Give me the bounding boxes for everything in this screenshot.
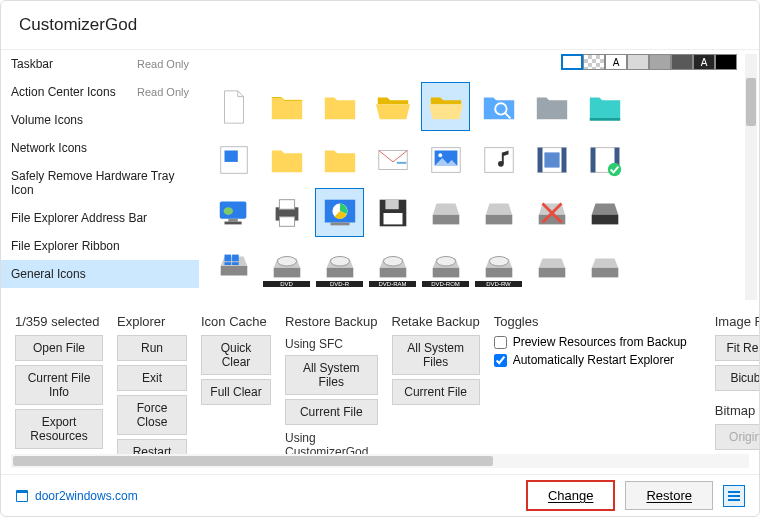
menu-icon[interactable] <box>723 485 745 507</box>
printer-icon[interactable] <box>262 188 311 237</box>
folder-yellow-icon[interactable] <box>315 135 364 184</box>
drive-label: DVD <box>263 281 310 287</box>
drive-label: DVD-RW <box>475 281 522 287</box>
dvd-drive-icon[interactable]: DVD-RW <box>474 241 523 290</box>
explorer-restart-button[interactable]: Restart <box>117 439 187 454</box>
picture-icon[interactable] <box>421 135 470 184</box>
sidebar-item-label: File Explorer Address Bar <box>11 211 147 225</box>
col-restore: Restore Backup Using SFC All System File… <box>285 314 378 448</box>
folder-open-icon[interactable] <box>368 82 417 131</box>
music-icon[interactable] <box>474 135 523 184</box>
svg-rect-12 <box>561 147 566 172</box>
toggle-autorestart[interactable]: Automatically Restart Explorer <box>494 353 687 367</box>
bitmap-original-button[interactable]: Original <box>715 424 759 450</box>
horizontal-scrollbar[interactable] <box>11 454 749 468</box>
dvd-drive-icon[interactable]: DVD-R <box>315 241 364 290</box>
folder-gray-icon[interactable] <box>527 82 576 131</box>
dvd-drive-icon[interactable]: DVD-RAM <box>368 241 417 290</box>
col-retake: Retake Backup All System Files Current F… <box>392 314 480 448</box>
explorer-exit-button[interactable]: Exit <box>117 365 187 391</box>
program-icon[interactable] <box>209 135 258 184</box>
svg-rect-31 <box>432 214 459 224</box>
bicubic-button[interactable]: Bicubic <box>715 365 759 391</box>
video-icon[interactable] <box>527 135 576 184</box>
drive-icon[interactable] <box>580 241 629 290</box>
retake-current-button[interactable]: Current File <box>392 379 480 405</box>
sidebar-item-6[interactable]: File Explorer Ribbon <box>1 232 199 260</box>
mail-icon[interactable] <box>368 135 417 184</box>
toggle-autorestart-checkbox[interactable] <box>494 354 507 367</box>
fit-resize-button[interactable]: Fit Resiz <box>715 335 759 361</box>
explorer-forceclose-button[interactable]: Force Close <box>117 395 187 435</box>
windows-drive-icon[interactable] <box>209 241 258 290</box>
sidebar: TaskbarRead OnlyAction Center IconsRead … <box>1 50 199 304</box>
drive-error-icon[interactable] <box>527 188 576 237</box>
video-check-icon[interactable] <box>580 135 629 184</box>
restore-button[interactable]: Restore <box>625 481 713 510</box>
controls-panel: 1/359 selected Open File Current File In… <box>1 304 759 454</box>
drive-icon[interactable] <box>527 241 576 290</box>
change-button[interactable]: Change <box>526 480 616 511</box>
dvd-drive-icon[interactable]: DVD-ROM <box>421 241 470 290</box>
drive-label: DVD-R <box>316 281 363 287</box>
monitor-icon[interactable] <box>209 188 258 237</box>
retake-title: Retake Backup <box>392 314 480 329</box>
selected-count: 1/359 selected <box>15 314 103 329</box>
toggle-preview[interactable]: Preview Resources from Backup <box>494 335 687 349</box>
swatch-a-dark[interactable]: A <box>693 54 715 70</box>
sidebar-item-4[interactable]: Safely Remove Hardware Tray Icon <box>1 162 199 204</box>
retake-all-button[interactable]: All System Files <box>392 335 480 375</box>
svg-rect-29 <box>385 199 398 209</box>
full-clear-button[interactable]: Full Clear <box>201 379 271 405</box>
control-panel-icon[interactable] <box>315 188 364 237</box>
vertical-scrollbar[interactable] <box>745 54 757 300</box>
sidebar-item-0[interactable]: TaskbarRead Only <box>1 50 199 78</box>
col-selected: 1/359 selected Open File Current File In… <box>15 314 103 448</box>
app-title: CustomizerGod <box>19 15 137 35</box>
folder-yellow-icon[interactable] <box>262 82 311 131</box>
sidebar-item-label: Safely Remove Hardware Tray Icon <box>11 169 189 197</box>
sidebar-item-1[interactable]: Action Center IconsRead Only <box>1 78 199 106</box>
restore-sfc-current-button[interactable]: Current File <box>285 399 378 425</box>
svg-rect-4 <box>396 161 406 163</box>
drive-icon[interactable] <box>474 188 523 237</box>
file-icon[interactable] <box>209 82 258 131</box>
export-resources-button[interactable]: Export Resources <box>15 409 103 449</box>
svg-point-45 <box>383 256 402 266</box>
swatch-midgray[interactable] <box>649 54 671 70</box>
svg-rect-37 <box>232 254 239 261</box>
sidebar-item-3[interactable]: Network Icons <box>1 134 199 162</box>
website-link[interactable]: door2windows.com <box>15 489 138 503</box>
quick-clear-button[interactable]: Quick Clear <box>201 335 271 375</box>
swatch-white[interactable] <box>561 54 583 70</box>
folder-teal-icon[interactable] <box>580 82 629 131</box>
svg-rect-30 <box>383 213 402 224</box>
explorer-run-button[interactable]: Run <box>117 335 187 361</box>
folder-search-icon[interactable] <box>474 82 523 131</box>
drive-label: DVD-RAM <box>369 281 416 287</box>
drive-dark-icon[interactable] <box>580 188 629 237</box>
swatch-checker[interactable] <box>583 54 605 70</box>
drive-icon[interactable] <box>421 188 470 237</box>
restore-sfc-all-button[interactable]: All System Files <box>285 355 378 395</box>
toggle-preview-checkbox[interactable] <box>494 336 507 349</box>
swatch-darkgray[interactable] <box>671 54 693 70</box>
swatch-a-light[interactable]: A <box>605 54 627 70</box>
swatch-black[interactable] <box>715 54 737 70</box>
open-file-button[interactable]: Open File <box>15 335 103 361</box>
folder-open-icon[interactable] <box>421 82 470 131</box>
svg-rect-51 <box>591 267 618 277</box>
explorer-title: Explorer <box>117 314 187 329</box>
folder-yellow-icon[interactable] <box>315 82 364 131</box>
svg-rect-42 <box>326 267 353 277</box>
floppy-icon[interactable] <box>368 188 417 237</box>
sidebar-item-2[interactable]: Volume Icons <box>1 106 199 134</box>
current-file-info-button[interactable]: Current File Info <box>15 365 103 405</box>
folder-yellow-icon[interactable] <box>262 135 311 184</box>
sidebar-item-5[interactable]: File Explorer Address Bar <box>1 204 199 232</box>
dvd-drive-icon[interactable]: DVD <box>262 241 311 290</box>
svg-point-43 <box>330 256 349 266</box>
sidebar-item-7[interactable]: General Icons <box>1 260 199 288</box>
swatch-lightgray[interactable] <box>627 54 649 70</box>
readonly-badge: Read Only <box>137 86 189 98</box>
